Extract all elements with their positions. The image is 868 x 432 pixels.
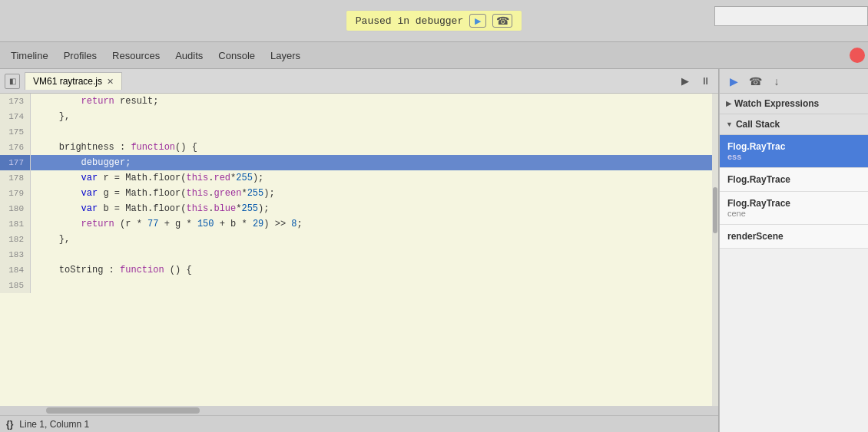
callstack-fn-name: Flog.RayTrac [727,141,860,152]
close-tab-button[interactable] [850,48,865,63]
code-area: 173 return result; 174 }, 175 176 [0,94,718,406]
editor-toolbar: ◧ VM61 raytrace.js ✕ ▶ ⏸ [0,69,718,94]
table-row: 184 toString : function () { [0,262,718,278]
line-number: 179 [0,186,31,201]
resume-debugger-button[interactable]: ▶ [726,74,741,89]
resume-icon: ▶ [475,16,481,26]
table-row: 173 return result; [0,94,718,109]
callstack-list: Flog.RayTrac ess Flog.RayTrace Flog.RayT… [720,135,868,432]
callstack-header[interactable]: ▼ Call Stack [720,114,868,135]
table-row: 181 return (r * 77 + g * 150 + b * 29) >… [0,216,718,232]
editor-panel: ◧ VM61 raytrace.js ✕ ▶ ⏸ 173 [0,69,719,432]
table-row: 180 var b = Math.floor(this.blue*255); [0,201,718,216]
tab-resources[interactable]: Resources [104,45,167,66]
line-content: toString : function () { [31,262,192,278]
top-bar: Paused in debugger ▶ ☎ [0,0,868,42]
line-number: 174 [0,109,31,124]
tab-profiles[interactable]: Profiles [56,45,104,66]
watch-expand-icon: ▶ [726,100,731,107]
main-area: ◧ VM61 raytrace.js ✕ ▶ ⏸ 173 [0,69,868,432]
status-braces-icon: {} [6,419,13,430]
callstack-item[interactable]: Flog.RayTrace cene [720,192,868,225]
line-number: 183 [0,247,31,262]
table-row: 175 [0,124,718,140]
watch-label: Watch Expressions [734,98,819,109]
search-input[interactable] [714,6,868,26]
tab-audits[interactable]: Audits [167,45,210,66]
callstack-fn-sub: ess [727,152,860,161]
callstack-item[interactable]: Flog.RayTrac ess [720,135,868,168]
callstack-item[interactable]: renderScene [720,225,868,249]
line-content [31,124,42,140]
code-lines: 173 return result; 174 }, 175 176 [0,94,718,293]
line-number: 176 [0,140,31,155]
table-row: 183 [0,247,718,262]
table-row: 177 debugger; [0,155,718,170]
run-button[interactable]: ▶ [677,74,694,89]
table-row: 176 brightness : function() { [0,140,718,155]
h-scrollbar-thumb [46,407,200,414]
stepover-icon: ☎ [496,15,509,27]
line-content [31,278,42,293]
line-content [31,247,42,262]
resume-debugger-icon: ▶ [730,75,738,87]
paused-badge: Paused in debugger ▶ ☎ [346,10,522,31]
line-number: 181 [0,216,31,232]
step-into-icon: ↓ [774,75,780,87]
line-number: 182 [0,232,31,247]
table-row: 178 var r = Math.floor(this.red*255); [0,170,718,186]
line-content: return result; [31,94,158,109]
table-row: 179 var g = Math.floor(this.green*255); [0,186,718,201]
callstack-fn-name: Flog.RayTrace [727,174,860,185]
table-row: 185 [0,278,718,293]
tab-layers[interactable]: Layers [263,45,308,66]
editor-toolbar-right: ▶ ⏸ [677,74,714,89]
editor-tab-label: VM61 raytrace.js [33,76,102,87]
table-row: 182 }, [0,232,718,247]
line-content: var r = Math.floor(this.red*255); [31,170,263,186]
sidebar-toggle-button[interactable]: ◧ [5,74,20,89]
horizontal-scrollbar[interactable] [0,406,718,415]
editor-tab-close-icon[interactable]: ✕ [107,77,114,87]
step-into-button[interactable]: ↓ [769,74,784,89]
line-number: 177 [0,155,31,170]
step-over-button[interactable]: ☎ [747,74,763,89]
line-content: var g = Math.floor(this.green*255); [31,186,275,201]
tab-console[interactable]: Console [210,45,263,66]
status-bar: {} Line 1, Column 1 [0,415,718,432]
callstack-fn-name: renderScene [727,231,860,242]
pause-button[interactable]: ⏸ [697,74,714,89]
line-number: 185 [0,278,31,293]
table-row: 174 }, [0,109,718,124]
right-panel: ▶ ☎ ↓ ▶ Watch Expressions ▼ Call Stack F… [719,69,868,432]
vertical-scrollbar[interactable] [712,94,718,406]
line-number: 184 [0,262,31,278]
stepover-button[interactable]: ☎ [492,14,512,28]
line-content: }, [31,109,70,124]
line-content: return (r * 77 + g * 150 + b * 29) >> 8; [31,216,303,232]
line-number: 175 [0,124,31,140]
sidebar-toggle-icon: ◧ [9,77,16,85]
callstack-label: Call Stack [736,119,780,130]
scrollbar-thumb [713,187,717,233]
line-number: 178 [0,170,31,186]
watch-expressions-header[interactable]: ▶ Watch Expressions [720,94,868,114]
status-position: Line 1, Column 1 [19,419,89,430]
line-number: 180 [0,201,31,216]
tab-bar: Timeline Profiles Resources Audits Conso… [0,42,868,69]
line-content: brightness : function() { [31,140,197,155]
line-content: var b = Math.floor(this.blue*255); [31,201,269,216]
callstack-item[interactable]: Flog.RayTrace [720,168,868,192]
line-content: debugger; [31,155,131,170]
callstack-fn-sub: cene [727,209,860,218]
line-number: 173 [0,94,31,109]
step-over-icon: ☎ [749,75,762,87]
editor-tab[interactable]: VM61 raytrace.js ✕ [25,72,122,90]
callstack-expand-icon: ▼ [726,120,733,128]
line-content: }, [31,232,70,247]
right-toolbar: ▶ ☎ ↓ [720,69,868,94]
tab-timeline[interactable]: Timeline [3,45,56,66]
resume-button[interactable]: ▶ [469,14,486,28]
callstack-fn-name: Flog.RayTrace [727,198,860,209]
run-icon: ▶ [681,75,689,87]
